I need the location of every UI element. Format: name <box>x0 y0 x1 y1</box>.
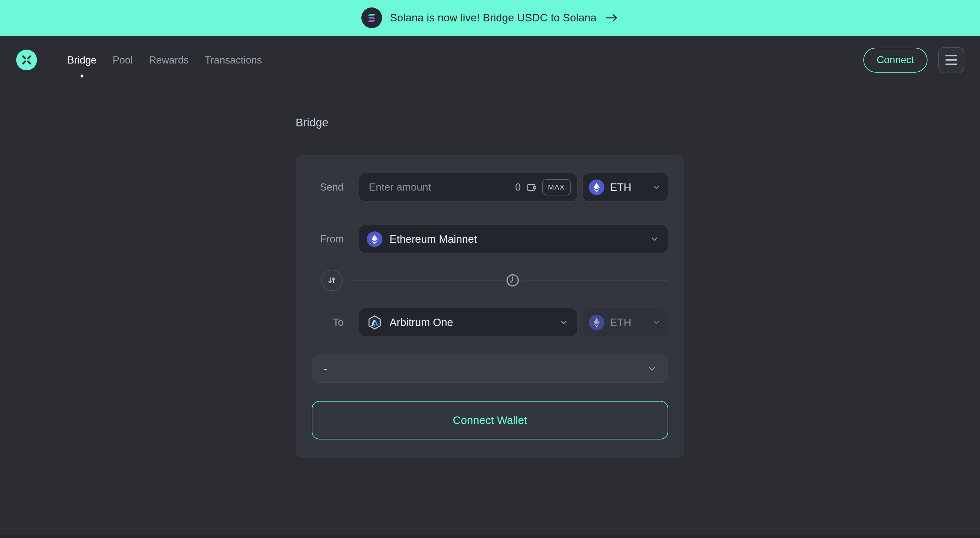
bridge-page: Bridge Send 0 MAX <box>296 117 684 458</box>
top-navigation-bar: Bridge Pool Rewards Transactions Connect <box>0 36 980 84</box>
send-label: Send <box>312 181 344 193</box>
to-network-select[interactable]: Arbitrum One <box>359 308 578 337</box>
nav-item-bridge[interactable]: Bridge <box>67 55 97 65</box>
max-button[interactable]: MAX <box>542 179 571 196</box>
fees-details-value: - <box>324 363 327 375</box>
from-network-select[interactable]: Ethereum Mainnet <box>359 224 668 253</box>
chevron-down-icon <box>650 235 659 244</box>
active-nav-dot <box>80 75 83 78</box>
send-token-select[interactable]: ETH <box>582 173 668 202</box>
nav-item-pool[interactable]: Pool <box>113 55 133 65</box>
chevron-down-icon <box>647 364 657 374</box>
nav-item-rewards[interactable]: Rewards <box>149 55 189 65</box>
to-label: To <box>312 317 344 328</box>
swap-arrows-icon <box>327 275 337 285</box>
window-bottom-edge <box>0 535 980 538</box>
eth-icon <box>589 315 605 330</box>
announcement-banner[interactable]: Solana is now live! Bridge USDC to Solan… <box>0 0 980 36</box>
arrow-right-icon <box>605 11 619 24</box>
title-divider <box>296 139 684 139</box>
to-network-name: Arbitrum One <box>390 316 453 329</box>
send-row: Send 0 MAX <box>312 173 668 202</box>
hamburger-icon <box>945 55 957 56</box>
across-logo-icon[interactable] <box>16 49 37 70</box>
bridge-card: Send 0 MAX <box>296 155 684 458</box>
receive-token-symbol: ETH <box>610 316 631 329</box>
amount-input[interactable] <box>369 181 510 193</box>
page-title: Bridge <box>296 117 684 128</box>
to-row: To Arbitrum One <box>312 308 668 337</box>
estimated-time-icon <box>504 272 522 289</box>
banner-text: Solana is now live! Bridge USDC to Solan… <box>390 12 596 24</box>
swap-divider-row <box>312 270 668 291</box>
connect-button[interactable]: Connect <box>863 48 928 73</box>
fees-details-dropdown[interactable]: - <box>312 355 668 383</box>
from-network-name: Ethereum Mainnet <box>390 233 477 245</box>
wallet-icon <box>526 182 537 193</box>
hamburger-menu-button[interactable] <box>938 47 964 73</box>
amount-field: 0 MAX <box>359 173 578 202</box>
receive-token-select: ETH <box>582 308 668 337</box>
from-label: From <box>312 233 344 245</box>
solana-icon <box>361 8 382 28</box>
arbitrum-network-icon <box>367 315 382 330</box>
main-nav: Bridge Pool Rewards Transactions <box>67 55 262 65</box>
from-row: From Ethereum Mainnet <box>312 224 668 253</box>
eth-icon <box>589 180 605 195</box>
chevron-down-icon <box>652 318 661 327</box>
ethereum-network-icon <box>367 231 382 247</box>
connect-wallet-button[interactable]: Connect Wallet <box>312 401 668 439</box>
chevron-down-icon <box>559 318 568 327</box>
nav-item-transactions[interactable]: Transactions <box>205 55 262 65</box>
wallet-balance: 0 <box>515 181 521 193</box>
send-token-symbol: ETH <box>610 181 631 194</box>
chevron-down-icon <box>652 183 661 191</box>
swap-direction-button[interactable] <box>321 270 342 291</box>
